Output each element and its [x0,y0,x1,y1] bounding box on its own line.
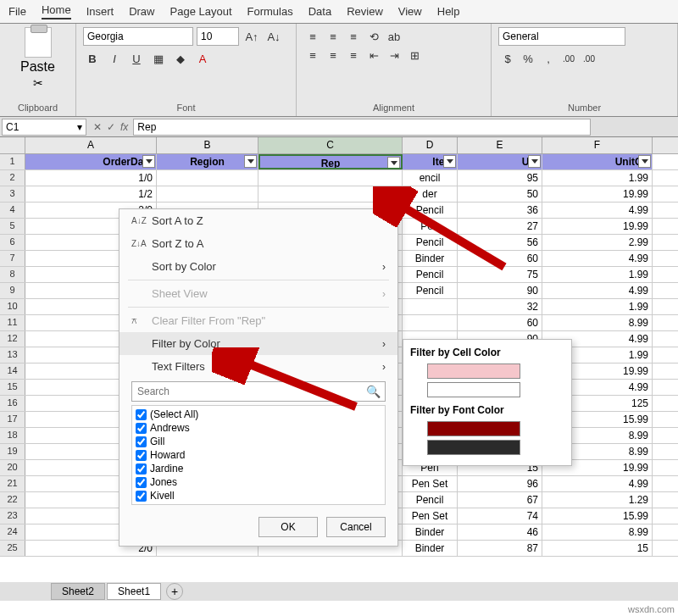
number-format-select[interactable] [498,27,625,46]
cell[interactable]: 1/0 [25,170,157,186]
cell[interactable]: 19.99 [542,186,653,202]
sort-az-item[interactable]: A↓ZSort A to Z [119,209,397,232]
col-header-b[interactable]: B [157,137,258,153]
row-header[interactable]: 11 [0,315,25,330]
fx-icon[interactable]: fx [120,121,128,133]
header-item[interactable]: Item [403,154,458,169]
cell[interactable]: Pencil [403,283,458,298]
cell[interactable]: Binder [403,524,458,540]
filter-checklist[interactable]: (Select All)AndrewsGillHowardJardineJone… [131,405,386,505]
cell[interactable]: Pen Set [403,476,458,491]
row-header[interactable]: 19 [0,444,25,459]
font-color-button[interactable]: A [193,49,212,68]
header-region[interactable]: Region [157,154,258,169]
cell[interactable]: 1.99 [542,267,653,282]
cell[interactable]: 4.99 [542,283,653,298]
tab-insert[interactable]: Insert [86,5,114,18]
cell[interactable]: Pen Set [403,508,458,524]
header-uni[interactable]: Uni [458,154,542,169]
tab-data[interactable]: Data [308,5,331,18]
row-header[interactable]: 12 [0,331,25,347]
row-header[interactable]: 7 [0,251,25,266]
row-header[interactable]: 24 [0,524,25,540]
filter-check-item[interactable]: Jardine [134,462,383,475]
cell[interactable]: 1.29 [542,492,653,508]
align-top-icon[interactable]: ≡ [303,27,322,46]
percent-button[interactable]: % [519,49,537,68]
cell[interactable] [157,186,258,202]
increase-indent-icon[interactable]: ⇥ [385,46,403,64]
cancel-button[interactable]: Cancel [326,517,386,537]
currency-button[interactable]: $ [498,49,517,68]
align-right-icon[interactable]: ≡ [344,46,363,64]
checkbox[interactable] [136,423,147,434]
formula-input[interactable] [133,119,591,136]
align-center-icon[interactable]: ≡ [324,46,342,64]
col-header-e[interactable]: E [458,137,542,153]
cell[interactable]: Pencil [403,492,458,508]
underline-button[interactable]: U [127,49,146,68]
sheet-tab-2[interactable]: Sheet2 [51,583,105,600]
row-header[interactable]: 14 [0,363,25,379]
cell[interactable] [258,170,403,186]
cell[interactable]: 4.99 [542,251,653,266]
sort-za-item[interactable]: Z↓ASort Z to A [119,232,397,255]
cell[interactable]: encil [403,170,458,186]
row-header[interactable]: 15 [0,380,25,395]
cell[interactable]: 15 [542,541,653,556]
cut-icon[interactable]: ✂ [33,76,43,90]
row-header[interactable]: 16 [0,396,25,411]
cell[interactable]: 15.99 [542,508,653,524]
ok-button[interactable]: OK [258,517,318,537]
row-header[interactable]: 23 [0,508,25,524]
font-color-darkred[interactable] [427,421,520,436]
tab-page-layout[interactable]: Page Layout [170,5,232,18]
filter-check-item[interactable]: Andrews [134,421,383,435]
col-header-d[interactable]: D [403,137,458,153]
decrease-font-icon[interactable]: A↓ [264,27,283,46]
increase-decimal-button[interactable]: .00 [559,49,578,68]
sort-by-color-item[interactable]: Sort by Color› [119,255,397,278]
decrease-decimal-button[interactable]: .00 [580,49,598,68]
tab-home[interactable]: Home [42,3,71,19]
row-header[interactable]: 2 [0,170,25,186]
checkbox[interactable] [136,463,147,474]
cell[interactable]: 96 [458,476,542,491]
cell[interactable]: 1.99 [542,299,653,314]
filter-button-b[interactable] [244,155,257,168]
row-header[interactable]: 9 [0,283,25,298]
cell[interactable]: 4.99 [542,203,653,218]
decrease-indent-icon[interactable]: ⇤ [364,46,383,64]
chevron-down-icon[interactable]: ▾ [77,121,82,133]
cancel-formula-icon[interactable]: ✕ [93,121,102,133]
row-header[interactable]: 13 [0,347,25,363]
row-header[interactable]: 4 [0,203,25,218]
filter-check-item[interactable]: Gill [134,435,383,448]
cell[interactable]: 32 [458,299,542,314]
checkbox[interactable] [136,436,147,447]
row-header[interactable]: 5 [0,219,25,234]
filter-button-c[interactable] [387,157,400,169]
col-header-a[interactable]: A [25,137,157,153]
header-orderdate[interactable]: OrderDate [25,154,157,169]
cell[interactable]: 8.99 [542,524,653,540]
row-header-1[interactable]: 1 [0,154,25,169]
cell[interactable]: 67 [458,492,542,508]
col-header-c[interactable]: C [258,137,403,153]
filter-button-f[interactable] [638,155,651,168]
cell-color-pink[interactable] [427,363,520,379]
cell[interactable]: 1.99 [542,170,653,186]
row-header[interactable]: 20 [0,460,25,475]
cell[interactable]: 60 [458,315,542,330]
checkbox[interactable] [136,477,147,488]
tab-view[interactable]: View [398,5,422,18]
tab-draw[interactable]: Draw [129,5,154,18]
font-name-select[interactable] [83,27,193,46]
increase-font-icon[interactable]: A↑ [242,27,261,46]
comma-button[interactable]: , [539,49,558,68]
cell[interactable]: 8.99 [542,315,653,330]
font-size-select[interactable] [197,27,239,46]
sheet-tab-1[interactable]: Sheet1 [107,583,161,600]
header-rep[interactable]: Rep [258,154,403,169]
row-header[interactable]: 18 [0,428,25,443]
